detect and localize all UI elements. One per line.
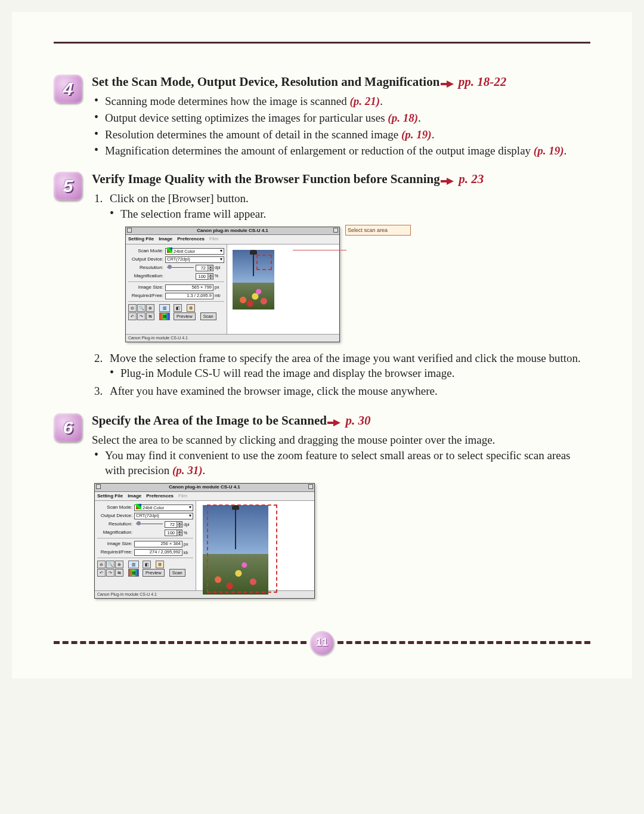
preview-button[interactable]: Preview [174,312,196,320]
magnification-spinner[interactable]: 100▴▾ [196,273,213,280]
resolution-label: Resolution: [128,265,165,271]
menubar: Setting File Image Preferences Film [126,235,339,244]
scan-button[interactable]: Scan [169,569,185,577]
bullet: Magnification determines the amount of e… [94,143,590,159]
dash-left [54,641,306,644]
negative-icon[interactable]: ▤ [128,569,139,577]
zoom-out-icon[interactable]: ⊖ [97,561,106,568]
zoom-in-icon[interactable]: ⊕ [146,304,154,312]
section-6-bullets: You may find it convenient to use the zo… [92,448,590,478]
preview-canvas[interactable] [227,244,339,334]
window-body: Scan Mode:24bit Color▾ Output Device:CRT… [95,501,314,590]
scan-button[interactable]: Scan [200,312,216,320]
resolution-slider[interactable] [165,265,196,270]
resolution-spinner[interactable]: 72▴▾ [196,265,213,271]
test-icon[interactable]: ⚙ [187,304,195,312]
rotate-right-icon[interactable]: ↷ [137,312,145,320]
window-close-icon[interactable] [96,484,101,489]
page-ref: (p. 19) [401,128,432,141]
step-3: 3. After you have examined the browser i… [94,383,590,399]
bullet: Resolution determines the amount of deta… [94,127,590,143]
menu-film: Film [209,236,218,243]
window-titlebar: Canon plug-in module CS-U 4.1 [126,227,339,236]
section-4-bullets: Scanning mode determines how the image i… [92,94,590,159]
section-5: 5 Verify Image Quality with the Browser … [54,171,590,401]
section-6-para: Select the area to be scanned by clickin… [92,432,590,448]
preview-button[interactable]: Preview [143,569,165,577]
menu-preferences[interactable]: Preferences [146,493,174,500]
page-ref: (p. 21) [350,95,380,107]
sub-item: Plug-in Module CS-U will read the image … [110,366,590,381]
required-free-label: Required/Free: [128,293,165,299]
page-ref: (p. 19) [534,144,564,157]
menu-preferences[interactable]: Preferences [177,236,205,243]
zoom-out-icon[interactable]: ⊖ [128,304,137,312]
output-device-dropdown[interactable]: CRT(72dpi)▾ [134,513,193,519]
scan-mode-dropdown[interactable]: 24bit Color▾ [134,505,193,511]
step-badge-4: 4 [54,75,82,103]
window-body: Scan Mode:24bit Color▾ Output Device:CRT… [126,244,339,334]
browser-icon[interactable]: ▥ [128,561,139,568]
preview-image [233,250,274,309]
zoom-in-icon[interactable]: ⊕ [115,561,123,568]
zoom-fit-icon[interactable]: 🔍 [137,304,145,312]
image-size-value: 565 × 799 [165,284,213,291]
menu-image[interactable]: Image [159,236,172,243]
menu-image[interactable]: Image [128,493,141,500]
bullet-text: Resolution determines the amount of deta… [105,128,401,141]
sub-item: The selection frame will appear. [110,206,590,222]
bullet-tail: . [418,112,421,124]
preview-canvas[interactable] [196,501,314,590]
negative-icon[interactable]: ▤ [159,312,170,320]
step-text: Move the selection frame to specify the … [110,352,581,364]
section-5-steps: 1. Click on the [Browser] button. The se… [92,191,590,398]
window-zoom-icon[interactable] [333,228,338,233]
callout-select-scan-area: Select scan area [345,225,411,236]
section-6-title-text: Specify the Area of the Image to be Scan… [92,413,327,428]
image-size-value: 256 × 364 [134,541,182,547]
browser-icon[interactable]: ▥ [159,304,170,312]
resolution-spinner[interactable]: 72▴▾ [165,521,182,528]
magnification-unit: % [182,530,193,536]
zoom-fit-icon[interactable]: 🔍 [106,561,114,568]
menu-setting-file[interactable]: Setting File [97,493,123,500]
arrow-icon [447,75,454,91]
test-icon[interactable]: ⚙ [156,561,164,568]
step-badge-5: 5 [54,172,82,200]
window-close-icon[interactable] [127,228,132,233]
required-free-unit: mb [213,293,224,298]
scan-mode-label: Scan Mode: [97,505,134,511]
page-ref: (p. 31) [172,464,203,476]
selection-frame[interactable] [256,255,272,270]
required-free-label: Required/Free: [97,549,134,556]
bullet-text: Output device setting optimizes the imag… [105,112,388,124]
section-6-pageref: p. 30 [345,413,370,428]
bullet-tail: . [203,464,206,476]
step-1: 1. Click on the [Browser] button. The se… [94,191,590,342]
section-6: 6 Specify the Area of the Image to be Sc… [54,412,590,607]
magnification-spinner[interactable]: 100▴▾ [165,530,182,536]
section-5-pageref: p. 23 [459,172,484,186]
output-device-dropdown[interactable]: CRT(72dpi)▾ [165,256,224,263]
section-5-title-text: Verify Image Quality with the Browser Fu… [92,172,440,186]
step-2: 2. Move the selection frame to specify t… [94,351,590,381]
flip-icon[interactable]: ⇋ [146,312,154,320]
rotate-left-icon[interactable]: ↶ [97,569,106,577]
window-zoom-icon[interactable] [308,484,313,489]
magnification-unit: % [213,273,224,278]
rotate-right-icon[interactable]: ↷ [106,569,114,577]
rotate-left-icon[interactable]: ↶ [128,312,137,320]
flip-icon[interactable]: ⇋ [115,569,123,577]
menu-setting-file[interactable]: Setting File [128,236,154,243]
bullet-tail: . [432,128,435,141]
selection-frame[interactable] [207,505,277,593]
tone-icon[interactable]: ◧ [143,561,151,568]
page-ref: (p. 18) [388,112,418,124]
screenshot-2: Canon plug-in module CS-U 4.1 Setting Fi… [94,483,315,599]
resolution-unit: dpi [182,522,193,527]
tone-icon[interactable]: ◧ [174,304,182,312]
step-num: 2. [94,351,103,366]
resolution-slider[interactable] [134,522,165,527]
step-num: 1. [94,191,103,206]
scan-mode-dropdown[interactable]: 24bit Color▾ [165,248,224,255]
